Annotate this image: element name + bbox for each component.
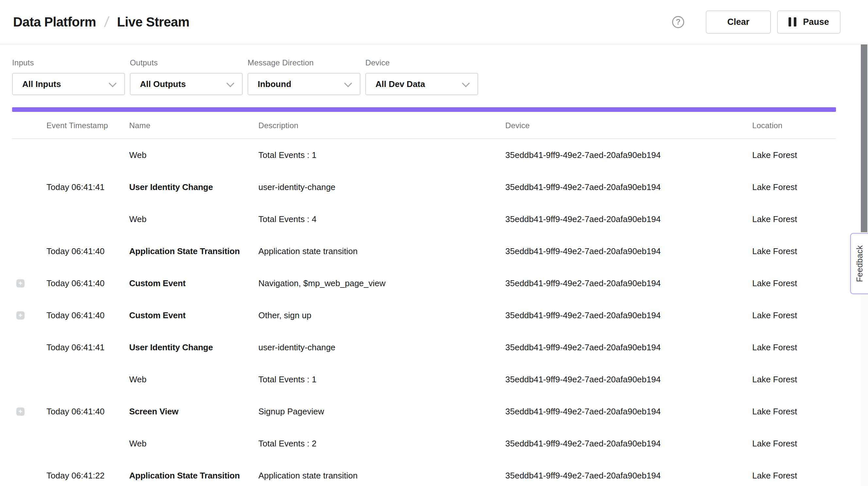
filter-message-direction-label: Message Direction — [248, 58, 361, 67]
table-row[interactable]: Today 06:41:40 Application State Transit… — [12, 235, 836, 267]
clear-button[interactable]: Clear — [706, 10, 771, 34]
message-direction-select[interactable]: Inbound — [248, 73, 361, 95]
event-device: 35eddb41-9ff9-49e2-7aed-20afa90eb194 — [505, 438, 752, 449]
inputs-selected-value: All Inputs — [22, 79, 61, 89]
table-row[interactable]: Web Total Events : 1 35eddb41-9ff9-49e2-… — [12, 139, 836, 171]
help-glyph: ? — [676, 17, 681, 27]
breadcrumb-live-stream: Live Stream — [117, 15, 189, 29]
event-name: Web — [129, 438, 258, 449]
table-row[interactable]: Today 06:41:22 Application State Transit… — [12, 459, 836, 486]
event-description: Total Events : 1 — [258, 374, 505, 385]
event-location: Lake Forest — [752, 342, 836, 353]
table-row[interactable]: Web Total Events : 4 35eddb41-9ff9-49e2-… — [12, 203, 836, 235]
event-location: Lake Forest — [752, 214, 836, 224]
live-stream-page: Data Platform / Live Stream ? Clear Paus… — [0, 0, 868, 486]
column-name: Name — [129, 121, 258, 130]
event-description: Other, sign up — [258, 310, 505, 321]
event-device: 35eddb41-9ff9-49e2-7aed-20afa90eb194 — [505, 406, 752, 417]
event-location: Lake Forest — [752, 182, 836, 192]
breadcrumb-data-platform[interactable]: Data Platform — [13, 15, 96, 29]
event-description: Total Events : 2 — [258, 438, 505, 449]
event-timestamp: Today 06:41:40 — [46, 406, 129, 417]
stream-progress-bar — [12, 107, 836, 112]
chevron-down-icon — [108, 79, 117, 87]
event-device: 35eddb41-9ff9-49e2-7aed-20afa90eb194 — [505, 150, 752, 160]
event-name: Custom Event — [129, 278, 258, 288]
inputs-select[interactable]: All Inputs — [12, 73, 125, 95]
filters-bar: Inputs All Inputs Outputs All Outputs Me… — [12, 58, 478, 95]
event-timestamp: Today 06:41:41 — [46, 182, 129, 192]
expand-row-icon[interactable]: + — [17, 407, 25, 416]
event-name: Application State Transition — [129, 470, 258, 481]
event-description: Signup Pageview — [258, 406, 505, 417]
event-device: 35eddb41-9ff9-49e2-7aed-20afa90eb194 — [505, 470, 752, 481]
event-location: Lake Forest — [752, 470, 836, 481]
page-header: Data Platform / Live Stream ? Clear Paus… — [0, 0, 868, 44]
event-location: Lake Forest — [752, 406, 836, 417]
header-actions: ? Clear Pause — [672, 10, 840, 34]
table-row[interactable]: Today 06:41:41 User Identity Change user… — [12, 171, 836, 203]
event-device: 35eddb41-9ff9-49e2-7aed-20afa90eb194 — [505, 278, 752, 288]
event-location: Lake Forest — [752, 278, 836, 288]
event-name: Application State Transition — [129, 246, 258, 256]
event-device: 35eddb41-9ff9-49e2-7aed-20afa90eb194 — [505, 374, 752, 385]
table-row[interactable]: + Today 06:41:40 Screen View Signup Page… — [12, 395, 836, 427]
pause-icon — [788, 17, 796, 27]
feedback-tab[interactable]: Feedback — [850, 233, 868, 294]
table-row[interactable]: Today 06:41:41 User Identity Change user… — [12, 331, 836, 363]
event-description: Application state transition — [258, 470, 505, 481]
event-location: Lake Forest — [752, 310, 836, 321]
event-name: Custom Event — [129, 310, 258, 321]
expand-row-icon[interactable]: + — [17, 311, 25, 320]
event-description: user-identity-change — [258, 182, 505, 192]
event-description: Total Events : 1 — [258, 150, 505, 160]
event-device: 35eddb41-9ff9-49e2-7aed-20afa90eb194 — [505, 214, 752, 224]
event-name: Web — [129, 374, 258, 385]
pause-button[interactable]: Pause — [777, 10, 840, 34]
event-device: 35eddb41-9ff9-49e2-7aed-20afa90eb194 — [505, 342, 752, 353]
filter-device-label: Device — [365, 58, 478, 67]
event-timestamp: Today 06:41:40 — [46, 310, 129, 321]
event-description: user-identity-change — [258, 342, 505, 353]
breadcrumb: Data Platform / Live Stream — [13, 14, 189, 30]
expand-row-icon[interactable]: + — [17, 279, 25, 287]
events-table: Event Timestamp Name Description Device … — [12, 113, 836, 486]
filter-device: Device All Dev Data — [365, 58, 478, 95]
column-description: Description — [258, 121, 505, 130]
event-timestamp: Today 06:41:41 — [46, 342, 129, 353]
scrollbar-thumb[interactable] — [861, 44, 867, 232]
device-select[interactable]: All Dev Data — [365, 73, 478, 95]
filter-inputs: Inputs All Inputs — [12, 58, 125, 95]
table-row[interactable]: Web Total Events : 2 35eddb41-9ff9-49e2-… — [12, 427, 836, 459]
feedback-tab-label: Feedback — [855, 245, 864, 282]
event-name: Web — [129, 150, 258, 160]
message-direction-selected-value: Inbound — [258, 79, 291, 89]
event-timestamp: Today 06:41:22 — [46, 470, 129, 481]
table-row[interactable]: Web Total Events : 1 35eddb41-9ff9-49e2-… — [12, 363, 836, 395]
event-location: Lake Forest — [752, 374, 836, 385]
event-name: Screen View — [129, 406, 258, 417]
event-timestamp: Today 06:41:40 — [46, 246, 129, 256]
column-location: Location — [752, 121, 836, 130]
event-location: Lake Forest — [752, 150, 836, 160]
event-location: Lake Forest — [752, 438, 836, 449]
outputs-selected-value: All Outputs — [140, 79, 186, 89]
chevron-down-icon — [344, 79, 352, 87]
help-icon[interactable]: ? — [672, 16, 684, 28]
event-device: 35eddb41-9ff9-49e2-7aed-20afa90eb194 — [505, 182, 752, 192]
event-device: 35eddb41-9ff9-49e2-7aed-20afa90eb194 — [505, 246, 752, 256]
event-name: User Identity Change — [129, 342, 258, 353]
event-timestamp: Today 06:41:40 — [46, 278, 129, 288]
event-location: Lake Forest — [752, 246, 836, 256]
event-name: Web — [129, 214, 258, 224]
breadcrumb-separator: / — [103, 14, 110, 30]
table-row[interactable]: + Today 06:41:40 Custom Event Other, sig… — [12, 299, 836, 331]
filter-message-direction: Message Direction Inbound — [248, 58, 361, 95]
outputs-select[interactable]: All Outputs — [130, 73, 243, 95]
table-row[interactable]: + Today 06:41:40 Custom Event Navigation… — [12, 267, 836, 299]
pause-button-label: Pause — [803, 17, 829, 27]
filter-outputs: Outputs All Outputs — [130, 58, 243, 95]
column-device: Device — [505, 121, 752, 130]
table-body: Web Total Events : 1 35eddb41-9ff9-49e2-… — [12, 139, 836, 486]
event-device: 35eddb41-9ff9-49e2-7aed-20afa90eb194 — [505, 310, 752, 321]
